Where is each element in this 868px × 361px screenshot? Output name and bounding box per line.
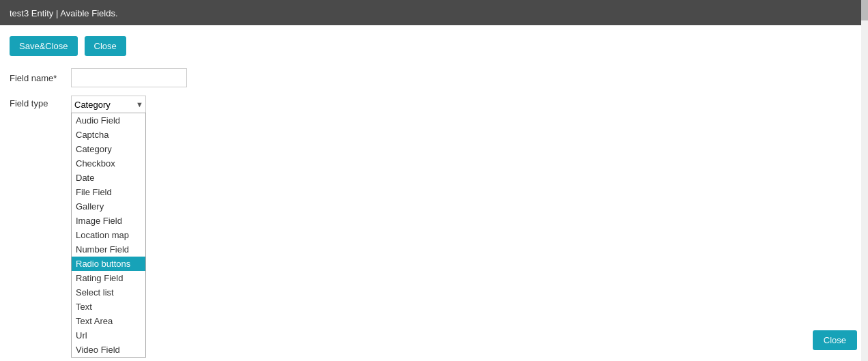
list-item[interactable]: Category [72, 142, 145, 156]
close-top-button[interactable]: Close [85, 36, 126, 56]
field-type-wrapper: Category ▼ Audio FieldCaptchaCategoryChe… [71, 96, 146, 113]
field-type-select[interactable]: Category [71, 96, 146, 113]
close-bottom-button[interactable]: Close [813, 330, 857, 350]
field-type-dropdown[interactable]: Audio FieldCaptchaCategoryCheckboxDateFi… [71, 113, 146, 358]
list-item[interactable]: Number Field [72, 242, 145, 257]
list-item[interactable]: File Field [72, 185, 145, 199]
field-type-row: Field type Category ▼ Audio FieldCaptcha… [10, 96, 858, 113]
list-item[interactable]: Gallery [72, 199, 145, 214]
field-type-label: Field type [10, 98, 64, 109]
list-item[interactable]: Image Field [72, 214, 145, 228]
scrollbar-thumb[interactable] [861, 0, 868, 20]
page-header: test3 Entity | Avaible Fields. [0, 0, 868, 25]
list-item[interactable]: Url [72, 328, 145, 343]
page-title: test3 Entity | Avaible Fields. [10, 8, 118, 18]
list-item[interactable]: Video Field [72, 343, 145, 357]
list-item[interactable]: Text [72, 300, 145, 314]
field-name-label: Field name* [10, 73, 64, 83]
toolbar: Save&Close Close [10, 36, 858, 56]
list-item[interactable]: Rating Field [72, 271, 145, 285]
list-item[interactable]: Date [72, 171, 145, 185]
list-item[interactable]: Radio buttons [72, 257, 145, 271]
field-name-row: Field name* [10, 68, 858, 87]
list-item[interactable]: Audio Field [72, 113, 145, 128]
scrollbar-track [861, 0, 868, 361]
list-item[interactable]: Text Area [72, 314, 145, 328]
list-item[interactable]: Checkbox [72, 156, 145, 171]
list-item[interactable]: Captcha [72, 128, 145, 142]
content-area: Save&Close Close Field name* Field type … [0, 25, 868, 124]
list-item[interactable]: Location map [72, 228, 145, 242]
save-close-button[interactable]: Save&Close [10, 36, 78, 56]
list-item[interactable]: Select list [72, 285, 145, 300]
field-name-input[interactable] [71, 68, 187, 87]
